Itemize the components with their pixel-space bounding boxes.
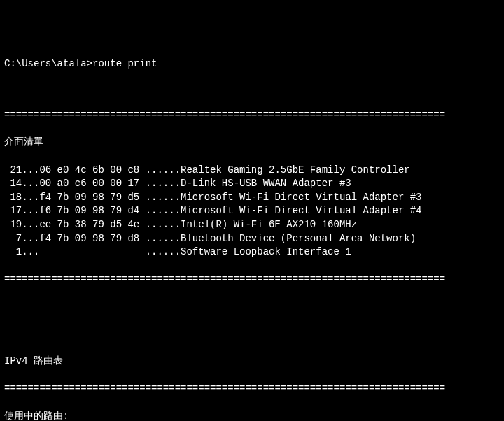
active-routes-title: 使用中的路由: xyxy=(4,410,500,421)
interface-row: 19...ee 7b 38 79 d5 4e ......Intel(R) Wi… xyxy=(4,218,500,232)
divider-line: ========================================… xyxy=(4,382,500,396)
interface-row: 17...f6 7b 09 98 79 d4 ......Microsoft W… xyxy=(4,204,500,218)
interface-list-title: 介面清單 xyxy=(4,136,500,150)
interface-row: 1... ......Software Loopback Interface 1 xyxy=(4,245,500,259)
interface-row: 7...f4 7b 09 98 79 d8 ......Bluetooth De… xyxy=(4,232,500,246)
ipv4-route-table-title: IPv4 路由表 xyxy=(4,355,500,369)
interface-row: 18...f4 7b 09 98 79 d5 ......Microsoft W… xyxy=(4,191,500,205)
interface-row: 14...00 a0 c6 00 00 17 ......D-Link HS-U… xyxy=(4,177,500,191)
interface-row: 21...06 e0 4c 6b 00 c8 ......Realtek Gam… xyxy=(4,164,500,178)
divider-line: ========================================… xyxy=(4,273,500,287)
command-prompt-line: C:\Users\atala>route print xyxy=(4,57,500,71)
divider-line: ========================================… xyxy=(4,108,500,122)
interface-list: 21...06 e0 4c 6b 00 c8 ......Realtek Gam… xyxy=(4,164,500,259)
